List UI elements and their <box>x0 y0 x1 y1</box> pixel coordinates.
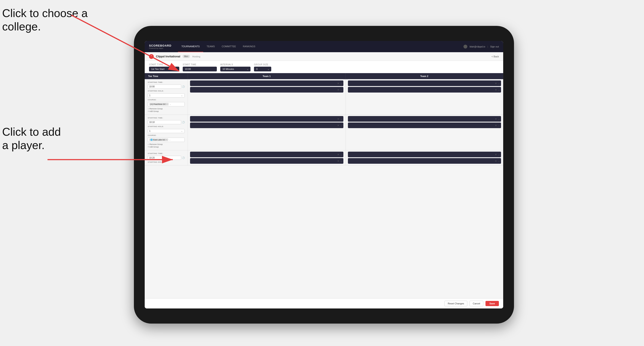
player-row-1-t2-2[interactable]: ✕ ⌄ <box>348 87 501 93</box>
player-row-2-t2-2[interactable]: ✕ ⌄ <box>348 123 501 128</box>
player-row-2-t1-2[interactable]: ✕ ⌄ <box>190 123 344 128</box>
starting-time-input-2[interactable] <box>148 120 181 124</box>
player-chevron-icon[interactable]: ⌄ <box>340 82 342 85</box>
annotation-choose-college: Click to choose acollege. <box>2 6 88 33</box>
tablet-frame: SCOREBOARD Powered by clippd TOURNAMENTS… <box>134 26 514 324</box>
start-time-label: Start Time <box>183 63 217 66</box>
table-header: Tee Time Team 1 Team 2 <box>145 73 503 79</box>
player-row-1-t1-2[interactable]: ✕ ⌄ <box>190 87 344 93</box>
starting-time-row-1: 🕐 <box>148 85 185 89</box>
nav-bar: SCOREBOARD Powered by clippd TOURNAMENTS… <box>145 41 503 52</box>
starting-time-label-1: STARTING TIME: <box>148 81 185 83</box>
add-group-btn-1[interactable]: + Add Group <box>148 110 185 112</box>
group-team2-2: ✕ ⌄ ✕ ⌄ <box>346 115 503 150</box>
player-row-2-t1-1[interactable]: ✕ ⌄ <box>190 116 344 122</box>
group-left-2: STARTING TIME: 🕐 STARTING HOLE: 1 COURSE… <box>145 115 188 150</box>
player-row-3-t1-1[interactable]: ✕ ⌄ <box>190 152 344 157</box>
time-icon-3: 🕐 <box>182 157 185 159</box>
settings-row: Start Type 1st Tee Start Start Time Inte… <box>145 61 503 73</box>
clippd-logo: C <box>149 54 154 59</box>
player-x-icon[interactable]: ✕ <box>495 89 497 91</box>
user-email: blair@clippd.io <box>470 45 485 48</box>
player-chevron-icon[interactable]: ⌄ <box>340 89 342 91</box>
start-type-select[interactable]: 1st Tee Start <box>149 67 179 71</box>
start-type-select-wrapper[interactable]: 1st Tee Start <box>149 67 179 71</box>
group-row-3: STARTING TIME: 🕐 STARTING HOLE: ✕ ⌄ <box>145 150 503 166</box>
player-x-icon[interactable]: ✕ <box>495 82 497 85</box>
starting-hole-select-wrapper-2[interactable]: 1 <box>148 129 185 133</box>
start-time-input[interactable] <box>183 67 217 71</box>
group-size-select-wrapper[interactable]: 3 <box>254 67 271 71</box>
course-select-1[interactable]: (A) Peachtree GC × ⌄ <box>148 102 185 106</box>
nav-tabs: TOURNAMENTS TEAMS COMMITTEE RANKINGS <box>178 41 464 52</box>
intervals-label: Intervals <box>220 63 250 66</box>
tab-tournaments[interactable]: TOURNAMENTS <box>178 41 203 52</box>
starting-hole-select-2[interactable]: 1 <box>148 129 185 133</box>
th-team2: Team 2 <box>346 73 503 79</box>
group-team2-3: ✕ ⌄ ✕ ⌄ <box>346 150 503 165</box>
annotation-add-player: Click to adda player. <box>2 125 61 152</box>
group-size-group: Group Size 3 <box>254 63 271 71</box>
starting-hole-select-1[interactable]: 1 <box>148 93 185 98</box>
course-tag-close-2[interactable]: × <box>166 139 167 141</box>
starting-time-label-3: STARTING TIME: <box>148 153 185 155</box>
add-group-btn-2[interactable]: + Add Group <box>148 146 185 148</box>
player-row-2-t2-1[interactable]: ✕ ⌄ <box>348 116 501 122</box>
sign-out-link[interactable]: Sign out <box>490 45 499 48</box>
course-tag-close-1[interactable]: × <box>166 103 168 105</box>
player-x-icon[interactable]: ✕ <box>337 89 339 91</box>
starting-hole-label-1: STARTING HOLE: <box>148 90 185 92</box>
group-team1-1: ✕ ⌄ ✕ ⌄ <box>188 79 346 115</box>
gender-badge: Men <box>182 55 190 58</box>
group-size-select[interactable]: 3 <box>254 67 271 71</box>
player-row-3-t2-1[interactable]: ✕ ⌄ <box>348 152 501 157</box>
starting-time-input-3[interactable] <box>148 156 181 160</box>
intervals-select[interactable]: 10 Minutes <box>220 67 250 71</box>
time-icon-2: 🕐 <box>182 121 185 123</box>
start-time-group: Start Time <box>183 63 217 71</box>
player-row-1-t2-1[interactable]: ✕ ⌄ <box>348 80 501 86</box>
player-chevron-icon[interactable]: ⌄ <box>498 89 500 91</box>
group-size-label: Group Size <box>254 63 271 66</box>
back-button[interactable]: < Back <box>492 55 499 58</box>
player-x-icon[interactable]: ✕ <box>337 82 339 85</box>
group-actions-1: ○ Remove Group + Add Group <box>148 108 185 112</box>
course-label-1: COURSE: <box>148 99 185 101</box>
nav-logo-sub: Powered by clippd <box>149 47 172 49</box>
start-type-label: Start Type <box>149 63 179 66</box>
tab-teams[interactable]: TEAMS <box>203 41 218 52</box>
content-area: Start Type 1st Tee Start Start Time Inte… <box>145 61 503 309</box>
remove-group-btn-2[interactable]: ○ Remove Group <box>148 143 185 145</box>
tablet-screen: SCOREBOARD Powered by clippd TOURNAMENTS… <box>145 41 503 309</box>
start-type-group: Start Type 1st Tee Start <box>149 63 179 71</box>
tab-committee[interactable]: COMMITTEE <box>218 41 240 52</box>
course-label-2: COURSE: <box>148 134 185 136</box>
nav-right: blair@clippd.io | Sign out <box>464 45 499 48</box>
course-tag-2: 🌐 East Lake GC × <box>149 139 168 141</box>
reset-changes-button[interactable]: Reset Changes <box>444 301 467 306</box>
course-select-2[interactable]: 🌐 East Lake GC × ⌄ <box>148 138 185 142</box>
group-left-3: STARTING TIME: 🕐 STARTING HOLE: <box>145 150 188 165</box>
player-chevron-icon[interactable]: ⌄ <box>498 82 500 85</box>
group-team2-1: ✕ ⌄ ✕ ⌄ <box>346 79 503 115</box>
starting-time-input-1[interactable] <box>148 85 181 89</box>
table-body: STARTING TIME: 🕐 STARTING HOLE: 1 COURSE… <box>145 79 503 298</box>
player-row-3-t1-2[interactable]: ✕ ⌄ <box>190 158 344 164</box>
remove-group-btn-1[interactable]: ○ Remove Group <box>148 108 185 110</box>
save-button[interactable]: Save <box>486 301 499 306</box>
time-icon-1: 🕐 <box>182 85 185 88</box>
player-row-3-t2-2[interactable]: ✕ ⌄ <box>348 158 501 164</box>
player-row-1-t1-1[interactable]: ✕ ⌄ <box>190 80 344 86</box>
starting-hole-label-2: STARTING HOLE: <box>148 126 185 128</box>
intervals-group: Intervals 10 Minutes <box>220 63 250 71</box>
intervals-select-wrapper[interactable]: 10 Minutes <box>220 67 250 71</box>
group-team1-2: ✕ ⌄ ✕ ⌄ <box>188 115 346 150</box>
tab-rankings[interactable]: RANKINGS <box>240 41 259 52</box>
tournament-title: Clippd Invitational <box>156 55 180 58</box>
group-left-1: STARTING TIME: 🕐 STARTING HOLE: 1 COURSE… <box>145 79 188 115</box>
starting-time-label-2: STARTING TIME: <box>148 117 185 119</box>
cancel-button[interactable]: Cancel <box>470 301 483 306</box>
group-actions-2: ○ Remove Group + Add Group <box>148 143 185 148</box>
starting-hole-select-wrapper-1[interactable]: 1 <box>148 93 185 98</box>
hosting-label: Hosting <box>192 55 200 58</box>
